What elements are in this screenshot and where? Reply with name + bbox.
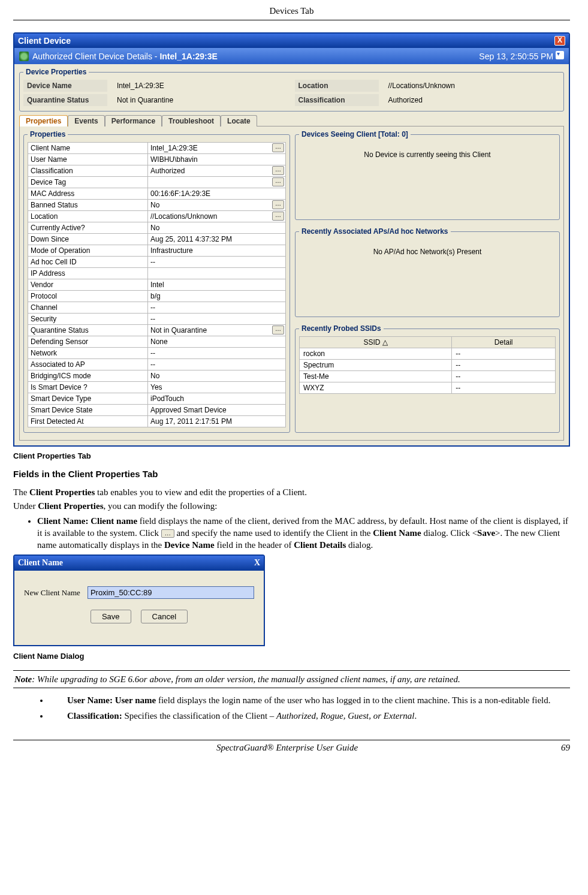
table-row: IP Address <box>28 268 286 279</box>
tab-performance[interactable]: Performance <box>105 115 162 126</box>
table-row: User NameWIBHU\bhavin <box>28 154 286 165</box>
prop-value: b/g <box>148 291 286 302</box>
page-footer: SpectraGuard® Enterprise User Guide 69 <box>13 740 570 753</box>
cancel-button[interactable]: Cancel <box>141 610 188 623</box>
prop-value: No <box>148 222 286 234</box>
dialog-title: Client Name <box>18 558 63 569</box>
prop-key: Protocol <box>28 291 148 302</box>
prop-key: Device Tag <box>28 177 148 188</box>
probed-col-ssid[interactable]: SSID △ <box>300 337 452 348</box>
page-header: Devices Tab <box>13 6 570 20</box>
doc-body: The Client Properties tab enables you to… <box>13 486 570 722</box>
probed-table: SSID △ Detail rockon--Spectrum--Test-Me-… <box>299 336 556 394</box>
prop-value: Infrastructure <box>148 245 286 257</box>
caption-client-name-dialog: Client Name Dialog <box>13 651 570 662</box>
classification-value: Authorized <box>385 94 560 106</box>
dropdown-icon[interactable] <box>556 51 564 59</box>
table-row: MAC Address00:16:6F:1A:29:3E <box>28 188 286 200</box>
tabs: Properties Events Performance Troublesho… <box>19 115 564 126</box>
prop-value: No <box>148 370 286 382</box>
tab-properties[interactable]: Properties <box>19 115 68 126</box>
detail-cell: -- <box>452 371 556 382</box>
close-icon[interactable]: X <box>254 558 260 569</box>
prop-value: -- <box>148 302 286 314</box>
probed-legend: Recently Probed SSIDs <box>299 324 384 333</box>
prop-value: iPodTouch <box>148 393 286 405</box>
prop-key: IP Address <box>28 268 148 279</box>
prop-key: Is Smart Device ? <box>28 382 148 393</box>
prop-value: Aug 25, 2011 4:37:32 PM <box>148 234 286 245</box>
caption-client-properties-tab: Client Properties Tab <box>13 451 570 460</box>
shield-icon <box>19 52 29 61</box>
prop-value: Intel_1A:29:3E… <box>148 143 286 154</box>
prop-value: None <box>148 336 286 348</box>
devices-seeing-msg: No Device is currently seeing this Clien… <box>299 142 556 167</box>
table-row: VendorIntel <box>28 279 286 291</box>
prop-key: Vendor <box>28 279 148 291</box>
prop-key: Quarantine Status <box>28 325 148 336</box>
prop-key: Banned Status <box>28 200 148 211</box>
prop-value: Aug 17, 2011 2:17:51 PM <box>148 416 286 427</box>
table-row: Quarantine StatusNot in Quarantine… <box>28 325 286 336</box>
quarantine-value: Not in Quarantine <box>113 94 289 106</box>
device-name-label: Device Name <box>23 80 107 92</box>
ssid-cell: Test-Me <box>300 371 452 382</box>
bullet-user-name: User Name: User name field displays the … <box>49 694 570 706</box>
location-value: //Locations/Unknown <box>385 80 560 92</box>
ellipsis-button[interactable]: … <box>272 212 284 221</box>
prop-key: Bridging/ICS mode <box>28 370 148 382</box>
bullet-classification: Classification: Specifies the classifica… <box>49 710 570 722</box>
device-properties-legend: Device Properties <box>23 68 89 76</box>
footer-page-number: 69 <box>561 743 570 753</box>
table-row: Down SinceAug 25, 2011 4:37:32 PM <box>28 234 286 245</box>
detail-cell: -- <box>452 382 556 394</box>
devices-seeing-fieldset: Devices Seeing Client [Total: 0] No Devi… <box>295 130 560 220</box>
tab-events[interactable]: Events <box>68 115 104 126</box>
probed-col-detail[interactable]: Detail <box>452 337 556 348</box>
prop-value: -- <box>148 348 286 359</box>
prop-key: First Detected At <box>28 416 148 427</box>
recent-aps-msg: No AP/Ad hoc Network(s) Present <box>299 239 556 264</box>
table-row: Ad hoc Cell ID-- <box>28 257 286 268</box>
ellipsis-icon: … <box>161 529 174 538</box>
table-row: Smart Device StateApproved Smart Device <box>28 405 286 416</box>
ellipsis-button[interactable]: … <box>272 326 284 335</box>
prop-value: 00:16:6F:1A:29:3E <box>148 188 286 200</box>
ellipsis-button[interactable]: … <box>272 200 284 209</box>
table-row: Device Tag… <box>28 177 286 188</box>
detail-cell: -- <box>452 360 556 371</box>
prop-value: Approved Smart Device <box>148 405 286 416</box>
prop-key: MAC Address <box>28 188 148 200</box>
window-titlebar: Client Device X <box>14 34 569 48</box>
save-button[interactable]: Save <box>91 610 131 623</box>
prop-value: -- <box>148 314 286 325</box>
footer-center: SpectraGuard® Enterprise User Guide <box>216 743 358 753</box>
subtitle-name: Intel_1A:29:3E <box>159 52 217 61</box>
table-row: ClassificationAuthorized… <box>28 165 286 177</box>
prop-value: Authorized… <box>148 165 286 177</box>
prop-value <box>148 268 286 279</box>
prop-key: Smart Device Type <box>28 393 148 405</box>
ellipsis-button[interactable]: … <box>272 166 284 175</box>
prop-value: Intel <box>148 279 286 291</box>
table-row: Banned StatusNo… <box>28 200 286 211</box>
tab-troubleshoot[interactable]: Troubleshoot <box>162 115 221 126</box>
new-client-name-input[interactable] <box>88 586 254 599</box>
prop-value: Yes <box>148 382 286 393</box>
table-row: Associated to AP-- <box>28 359 286 370</box>
probed-fieldset: Recently Probed SSIDs SSID △ Detail rock… <box>295 324 560 433</box>
prop-key: Network <box>28 348 148 359</box>
prop-value: WIBHU\bhavin <box>148 154 286 165</box>
table-row: Protocolb/g <box>28 291 286 302</box>
table-row: Test-Me-- <box>300 371 556 382</box>
ellipsis-button[interactable]: … <box>272 143 284 152</box>
prop-key: Mode of Operation <box>28 245 148 257</box>
ellipsis-button[interactable]: … <box>272 177 284 186</box>
prop-value: No… <box>148 200 286 211</box>
bullet-client-name: Client Name: Client name field displays … <box>37 515 570 552</box>
prop-key: Client Name <box>28 143 148 154</box>
close-icon[interactable]: X <box>554 36 565 46</box>
prop-key: Classification <box>28 165 148 177</box>
table-row: Currently Active?No <box>28 222 286 234</box>
tab-locate[interactable]: Locate <box>221 115 257 126</box>
